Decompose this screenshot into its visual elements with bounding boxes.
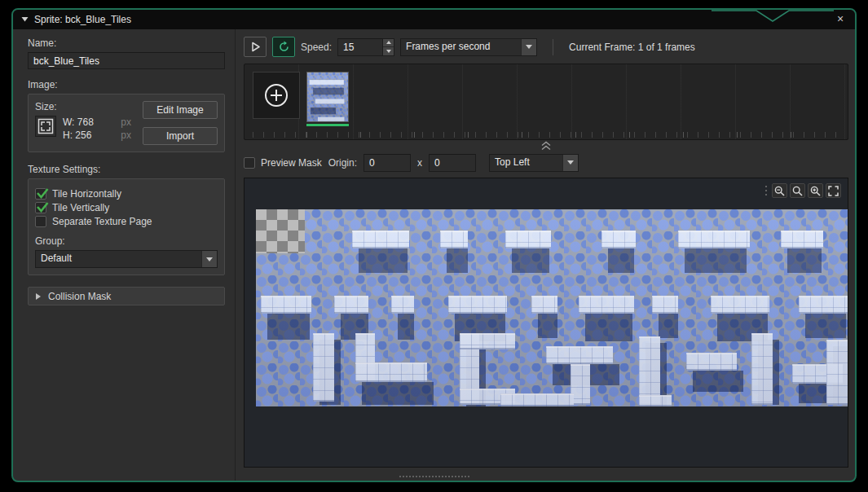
texture-shape — [538, 314, 557, 338]
preview-mask-checkbox[interactable] — [244, 157, 255, 169]
texture-shape — [500, 393, 574, 406]
sprite-properties-panel: Name: Image: Size: W: 768px — [13, 29, 235, 481]
speed-input[interactable] — [337, 38, 383, 56]
name-input[interactable] — [28, 52, 225, 69]
window-title: Sprite: bck_Blue_Tiles — [34, 14, 131, 25]
texture-group-dropdown[interactable]: Default — [35, 250, 218, 268]
texture-shape — [711, 296, 769, 314]
zoom-out-button[interactable] — [772, 183, 787, 198]
tile-vertically-row[interactable]: Tile Vertically — [35, 202, 218, 213]
loop-icon — [278, 41, 290, 53]
texture-shape — [826, 340, 848, 405]
dropdown-arrow-button[interactable] — [521, 39, 536, 55]
texture-shape — [359, 248, 408, 273]
texture-shape — [781, 231, 823, 248]
texture-shape — [546, 346, 613, 364]
collision-mask-section[interactable]: Collision Mask — [28, 287, 225, 305]
check-icon — [37, 188, 49, 199]
fit-view-icon — [828, 186, 839, 196]
origin-x-input[interactable] — [364, 154, 411, 172]
sprite-image — [256, 209, 848, 406]
add-frame-button[interactable] — [253, 72, 300, 119]
fit-view-button[interactable] — [826, 183, 841, 198]
texture-shape — [531, 296, 557, 314]
width-unit: px — [121, 116, 131, 129]
zoom-in-button[interactable] — [808, 183, 823, 198]
texture-shape — [805, 314, 846, 338]
frame-thumbnail-0[interactable] — [306, 72, 349, 126]
frame-timeline[interactable] — [244, 64, 848, 140]
texture-shape — [352, 231, 409, 248]
texture-shape — [313, 88, 344, 94]
zoom-reset-button[interactable] — [790, 183, 805, 198]
speed-increment-button[interactable] — [383, 39, 394, 47]
tile-horizontally-row[interactable]: Tile Horizontally — [35, 188, 218, 200]
texture-shape — [659, 314, 678, 338]
origin-xy-separator: x — [417, 157, 422, 169]
window-titlebar[interactable]: Sprite: bck_Blue_Tiles × — [13, 10, 855, 29]
texture-shape — [318, 117, 345, 121]
titlebar-decoration — [712, 10, 834, 22]
texture-shape — [261, 296, 311, 314]
texture-shape — [440, 231, 468, 248]
origin-y-input[interactable] — [429, 154, 476, 172]
grip-dots-icon — [764, 185, 769, 196]
loop-button[interactable] — [272, 37, 295, 57]
zoom-toolbar-grip[interactable] — [764, 185, 769, 196]
origin-preset-value: Top Left — [490, 155, 562, 171]
preview-mask-row[interactable]: Preview Mask — [244, 157, 322, 169]
timeline-ruler — [253, 132, 839, 138]
texture-shape — [505, 231, 551, 248]
speed-mode-dropdown[interactable]: Frames per second — [400, 38, 537, 56]
edit-image-button[interactable]: Edit Image — [143, 101, 218, 119]
speed-decrement-button[interactable] — [383, 46, 394, 55]
origin-toolbar: Preview Mask Origin: x Top Left — [244, 152, 848, 174]
zoom-toolbar — [764, 183, 841, 198]
bottom-panel-handle[interactable] — [399, 476, 469, 477]
texture-shape — [460, 333, 515, 349]
window-collapse-icon[interactable] — [21, 16, 29, 23]
caret-up-icon — [386, 41, 391, 44]
zoom-reset-icon — [792, 186, 803, 196]
texture-shape — [787, 248, 822, 273]
texture-shape — [447, 248, 468, 273]
playback-toolbar: Speed: Frames per second Current Frame: … — [244, 36, 848, 58]
expander-arrow-icon — [35, 292, 42, 301]
sprite-editor-window: Sprite: bck_Blue_Tiles × Name: Image: Si… — [11, 8, 857, 482]
separate-texture-page-checkbox[interactable] — [35, 216, 46, 227]
texture-shape — [398, 314, 414, 340]
origin-preset-dropdown[interactable]: Top Left — [489, 154, 579, 172]
texture-shape — [391, 296, 414, 314]
dropdown-arrow-button[interactable] — [201, 251, 217, 267]
origin-label: Origin: — [328, 157, 357, 169]
tile-vertically-label: Tile Vertically — [52, 202, 109, 213]
texture-shape — [512, 248, 549, 273]
play-button[interactable] — [244, 37, 267, 57]
resize-button[interactable] — [35, 116, 56, 137]
caret-down-icon — [206, 257, 213, 261]
texture-shape — [678, 231, 750, 248]
height-value: H: 256 — [63, 129, 91, 142]
separate-texture-page-row[interactable]: Separate Texture Page — [35, 216, 218, 227]
check-icon — [37, 202, 49, 213]
tile-horizontally-checkbox[interactable] — [35, 188, 46, 200]
zoom-in-icon — [810, 186, 821, 196]
texture-shape — [799, 296, 848, 314]
height-unit: px — [121, 129, 131, 142]
import-button[interactable]: Import — [143, 127, 218, 145]
texture-shape — [448, 296, 507, 314]
caret-down-icon — [567, 160, 574, 165]
close-button[interactable]: × — [834, 12, 847, 25]
image-label: Image: — [28, 79, 225, 90]
collapse-panel-button[interactable] — [540, 141, 552, 151]
speed-input-group — [337, 38, 394, 56]
speed-spinner — [383, 38, 394, 56]
frame-thumbnail-image — [306, 72, 349, 122]
tile-vertically-checkbox[interactable] — [35, 202, 46, 213]
texture-shape — [267, 314, 310, 340]
sprite-frames-panel: Speed: Frames per second Current Frame: … — [235, 29, 855, 481]
dropdown-arrow-button[interactable] — [562, 155, 578, 171]
sprite-canvas[interactable] — [244, 178, 848, 468]
texture-shape — [652, 296, 678, 314]
texture-settings-label: Texture Settings: — [28, 164, 225, 175]
